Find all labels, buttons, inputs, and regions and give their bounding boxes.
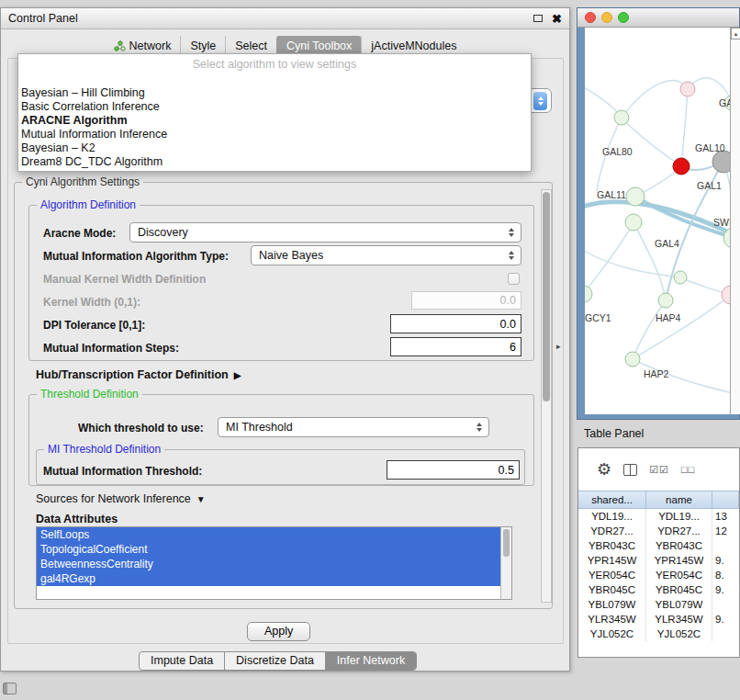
minimize-traffic-light-icon[interactable]	[601, 12, 612, 23]
dpi-tolerance-input[interactable]	[390, 314, 521, 333]
scroll-up-button[interactable]: ▲	[731, 28, 740, 40]
table-cell[interactable]	[712, 627, 739, 641]
table-cell[interactable]: YPR145W	[646, 553, 712, 568]
mi-steps-input[interactable]	[390, 337, 521, 356]
network-node[interactable]	[626, 187, 645, 206]
table-cell[interactable]: YJL052C	[646, 627, 712, 641]
table-cell[interactable]: YDR27...	[578, 524, 646, 538]
unchecked-pair-icon[interactable]: □□	[681, 464, 695, 475]
table-cell[interactable]: YDL19...	[646, 509, 712, 524]
tab-impute-data[interactable]: Impute Data	[140, 652, 224, 670]
network-node[interactable]	[680, 82, 695, 96]
network-edge[interactable]	[633, 222, 666, 300]
apply-button[interactable]: Apply	[247, 622, 310, 641]
which-threshold-combo[interactable]: MI Threshold	[218, 417, 489, 437]
table-cell[interactable]: YBR043C	[646, 538, 712, 553]
algorithm-option[interactable]: Mutual Information Inference	[21, 128, 528, 141]
checked-pair-icon[interactable]: ☑☑	[649, 464, 669, 476]
network-node[interactable]	[614, 110, 629, 125]
pane-resize-grip[interactable]: ▸	[556, 342, 561, 351]
network-edge[interactable]	[633, 295, 730, 359]
tab-discretize-data[interactable]: Discretize Data	[224, 652, 325, 670]
mi-threshold-input[interactable]	[387, 460, 520, 480]
algorithm-option[interactable]: Basic Correlation Inference	[21, 100, 528, 114]
algorithm-option[interactable]: Bayesian – Hill Climbing	[21, 86, 528, 100]
table-cell[interactable]: 8.	[712, 568, 739, 582]
network-edge[interactable]	[585, 222, 633, 294]
table-row[interactable]: YER054CYER054C8.	[578, 568, 739, 582]
table-cell[interactable]: YBR043C	[578, 538, 646, 553]
attribute-item[interactable]: TopologicalCoefficient	[37, 542, 500, 557]
table-row[interactable]: YDR27...YDR27...12	[578, 524, 739, 538]
float-window-icon[interactable]	[533, 15, 543, 22]
network-scrollbar[interactable]: ▲	[730, 28, 740, 414]
aracne-mode-combo[interactable]: Discovery	[129, 222, 521, 243]
network-canvas[interactable]: GAL80GAL10GALGAL11GAL1SWI4GAL4GCY1HAP4YH…	[585, 28, 730, 414]
table-cell[interactable]: YBL079W	[578, 597, 646, 612]
network-node[interactable]	[625, 214, 642, 231]
attribute-item[interactable]: BetweennessCentrality	[37, 557, 500, 571]
table-cell[interactable]: 9.	[712, 553, 739, 568]
scrollbar-thumb[interactable]	[543, 192, 550, 401]
algorithm-option[interactable]: Bayesian – K2	[21, 141, 528, 155]
table-cell[interactable]: YLR345W	[646, 612, 712, 627]
close-icon[interactable]: ✖	[552, 12, 562, 26]
tab-infer-network[interactable]: Infer Network	[325, 652, 416, 670]
zoom-traffic-light-icon[interactable]	[618, 12, 629, 23]
table-row[interactable]: YPR145WYPR145W9.	[578, 553, 739, 568]
column-header-extra[interactable]	[712, 491, 739, 508]
table-cell[interactable]: 12	[712, 524, 739, 538]
network-edge[interactable]	[622, 118, 681, 166]
network-edge[interactable]	[622, 81, 688, 118]
table-cell[interactable]: YBR045C	[646, 582, 712, 597]
hub-section-toggle[interactable]: Hub/Transcription Factor Definition▶	[36, 368, 241, 381]
table-cell[interactable]: YBR045C	[578, 582, 646, 597]
network-node[interactable]	[585, 286, 592, 302]
attributes-scrollbar[interactable]	[500, 527, 511, 599]
algorithm-option[interactable]: ARACNE Algorithm	[21, 114, 528, 128]
network-edge[interactable]	[633, 300, 666, 359]
control-panel-titlebar[interactable]: Control Panel ✖	[1, 8, 569, 29]
network-edge[interactable]	[681, 89, 688, 166]
table-row[interactable]: YJL052CYJL052C	[578, 627, 739, 641]
attribute-item[interactable]: SelfLoops	[37, 527, 500, 542]
table-row[interactable]: YBR043CYBR043C	[578, 538, 739, 553]
table-cell[interactable]	[712, 538, 739, 553]
table-row[interactable]: YDL19...YDL19...13	[578, 509, 739, 524]
table-row[interactable]: YBL079WYBL079W	[578, 597, 739, 612]
gear-icon[interactable]: ⚙	[597, 459, 611, 480]
settings-scrollbar[interactable]	[541, 189, 552, 603]
panel-dock-icon[interactable]	[3, 683, 17, 694]
table-cell[interactable]: YLR345W	[578, 612, 646, 627]
table-cell[interactable]: YER054C	[646, 568, 712, 582]
table-row[interactable]: YBR045CYBR045C9.	[578, 582, 739, 597]
table-cell[interactable]: YDR27...	[646, 524, 712, 538]
table-cell[interactable]: YBL079W	[646, 597, 712, 612]
column-header-shared[interactable]: shared...	[578, 491, 646, 508]
attribute-item[interactable]: gal4RGexp	[37, 571, 500, 586]
columns-icon[interactable]	[623, 464, 637, 476]
table-cell[interactable]: YER054C	[578, 568, 646, 582]
network-node[interactable]	[674, 271, 687, 284]
algorithm-option[interactable]: Dream8 DC_TDC Algorithm	[21, 155, 528, 169]
manual-kernel-checkbox[interactable]	[508, 273, 520, 285]
network-node[interactable]	[625, 352, 640, 367]
table-cell[interactable]: 9.	[712, 612, 739, 627]
close-traffic-light-icon[interactable]	[585, 12, 596, 23]
network-window-titlebar[interactable]	[577, 8, 739, 28]
table-row[interactable]: YLR345WYLR345W9.	[578, 612, 739, 627]
kernel-width-input[interactable]	[411, 291, 521, 310]
table-cell[interactable]: YJL052C	[578, 627, 646, 641]
table-cell[interactable]: YDL19...	[578, 509, 646, 524]
sources-section-toggle[interactable]: Sources for Network Inference▼	[36, 492, 206, 505]
table-cell[interactable]: 9.	[712, 582, 739, 597]
scrollbar-thumb[interactable]	[503, 529, 510, 557]
mi-type-combo[interactable]: Naive Bayes	[251, 245, 521, 265]
network-node[interactable]	[712, 151, 730, 173]
column-header-name[interactable]: name	[646, 491, 712, 508]
network-node[interactable]	[673, 158, 690, 175]
network-node[interactable]	[658, 293, 673, 308]
table-cell[interactable]: 13	[712, 509, 739, 524]
table-cell[interactable]: YPR145W	[578, 553, 646, 568]
table-cell[interactable]	[712, 597, 739, 612]
